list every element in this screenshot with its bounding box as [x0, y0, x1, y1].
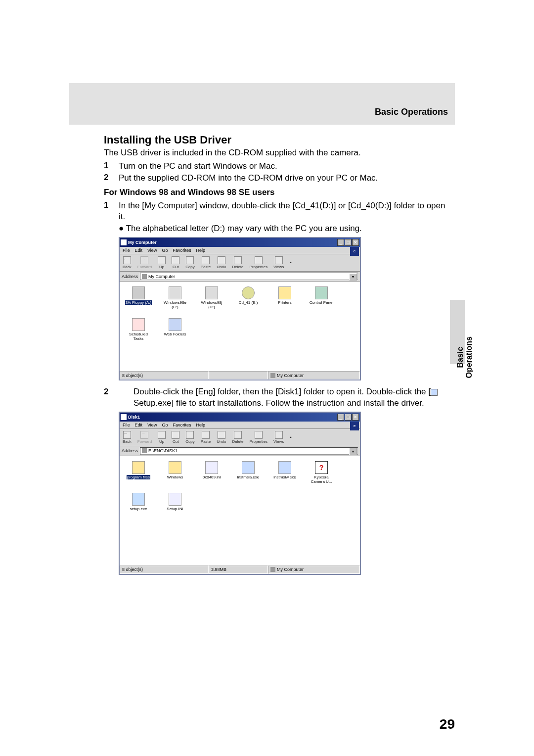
toolbar-overflow-icon[interactable]: · [290, 259, 292, 267]
main-steps: 1 Turn on the PC and start Windows or Ma… [104, 161, 450, 184]
back-icon: ← [123, 256, 131, 264]
drive-icon [205, 286, 218, 299]
drive-item[interactable]: Windows98e (C:) [161, 286, 189, 309]
menu-file[interactable]: File [123, 423, 130, 427]
ini-icon [205, 461, 218, 474]
maximize-button[interactable]: □ [345, 414, 352, 421]
minimize-button[interactable]: _ [337, 414, 344, 421]
step-text: In the [My Computer] window, double-clic… [119, 200, 450, 222]
drive-item[interactable]: Windows98j (D:) [198, 286, 225, 309]
window-title: Disk1 [128, 415, 140, 420]
properties-icon [255, 431, 263, 439]
toolbar-delete-button[interactable]: Delete [232, 256, 243, 269]
control-panel-item[interactable]: Control Panel [308, 286, 335, 309]
minimize-button[interactable]: _ [337, 239, 344, 246]
exe-file-item[interactable]: instmsia.exe [234, 461, 262, 484]
web-folder-icon [169, 318, 181, 331]
toolbar-undo-button[interactable]: Undo [217, 256, 226, 269]
scheduler-icon [132, 318, 145, 331]
toolbar-properties-button[interactable]: Properties [250, 431, 267, 444]
toolbar-forward-button[interactable]: →Forward [137, 256, 152, 269]
step-text: Put the supplied CD-ROM into the CD-ROM … [119, 173, 450, 184]
cd-drive-item[interactable]: Cd_41 (E:) [234, 286, 262, 309]
menu-help[interactable]: Help [196, 248, 205, 253]
step-paragraph: 2Double-click the [Eng] folder, then the… [119, 386, 450, 408]
ini-file-item[interactable]: 0x0409.ini [198, 461, 225, 484]
menu-view[interactable]: View [147, 423, 157, 427]
step-row: 1 In the [My Computer] window, double-cl… [104, 200, 450, 222]
help-file-item[interactable]: ?Kyocera Camera U... [308, 461, 335, 484]
menu-go[interactable]: Go [162, 248, 168, 253]
copy-icon [186, 431, 194, 439]
views-icon [275, 431, 283, 439]
address-field[interactable]: E:\ENG\DISK1 [140, 447, 358, 455]
explorer-body: 3½ Floppy (A:) Windows98e (C:) Windows98… [120, 282, 360, 371]
toolbar-paste-button[interactable]: Paste [201, 256, 211, 269]
step-number: 2 [104, 173, 119, 184]
scheduled-tasks-item[interactable]: Scheduled Tasks [125, 318, 152, 341]
exe-icon [278, 461, 291, 474]
menu-edit[interactable]: Edit [135, 248, 143, 253]
setup-exe-item[interactable]: setup.exe [125, 493, 152, 511]
drive-item[interactable]: 3½ Floppy (A:) [125, 286, 152, 309]
toolbar-up-button[interactable]: Up [158, 431, 166, 444]
toolbar-copy-button[interactable]: Copy [185, 256, 195, 269]
toolbar-paste-button[interactable]: Paste [201, 431, 211, 444]
menu-help[interactable]: Help [196, 423, 205, 427]
toolbar-cut-button[interactable]: Cut [172, 256, 179, 269]
toolbar-views-button[interactable]: Views [273, 431, 284, 444]
folder-icon [132, 461, 145, 474]
forward-icon: → [140, 256, 148, 264]
address-field[interactable]: My Computer [140, 273, 358, 280]
address-label: Address [122, 274, 138, 279]
app-icon [121, 414, 127, 420]
computer-icon [270, 373, 275, 378]
toolbar-copy-button[interactable]: Copy [185, 431, 195, 444]
toolbar: ←Back →Forward Up Cut Copy Paste Undo De… [120, 429, 360, 446]
folder-icon [142, 448, 147, 453]
menu-go[interactable]: Go [162, 423, 168, 427]
menu-file[interactable]: File [123, 248, 130, 253]
toolbar-undo-button[interactable]: Undo [217, 431, 226, 444]
step-number: 1 [104, 200, 119, 222]
undo-icon [218, 256, 225, 264]
toolbar-back-button[interactable]: ←Back [123, 256, 132, 269]
toolbar-forward-button[interactable]: →Forward [137, 431, 152, 444]
up-icon [158, 256, 166, 264]
printers-item[interactable]: Printers [271, 286, 299, 309]
help-icon: ? [315, 461, 328, 474]
section-title: Installing the USB Driver [104, 134, 450, 146]
delete-icon [234, 256, 242, 264]
menu-favorites[interactable]: Favorites [173, 248, 191, 253]
page-number: 29 [440, 716, 455, 732]
para-text-b: ] file to start installations. Follow th… [172, 398, 424, 408]
titlebar: Disk1 _ □ ✕ [120, 413, 360, 422]
web-folders-item[interactable]: Web Folders [161, 318, 189, 341]
floppy-icon [132, 286, 145, 299]
folder-item[interactable]: Windows [161, 461, 189, 484]
ini-file-item[interactable]: Setup.INI [161, 493, 189, 511]
back-icon: ← [123, 431, 131, 439]
control-panel-icon [315, 286, 328, 299]
screenshot-disk1: Disk1 _ □ ✕ File Edit View Go Favorites … [119, 412, 361, 575]
menu-edit[interactable]: Edit [135, 423, 143, 427]
folder-item[interactable]: program files [125, 461, 152, 484]
toolbar-properties-button[interactable]: Properties [250, 256, 267, 269]
menu-favorites[interactable]: Favorites [173, 423, 191, 427]
toolbar-views-button[interactable]: Views [273, 256, 284, 269]
toolbar-back-button[interactable]: ←Back [123, 431, 132, 444]
status-location: My Computer [268, 371, 360, 379]
step-text: Turn on the PC and start Windows or Mac. [119, 161, 450, 172]
close-button[interactable]: ✕ [352, 239, 359, 246]
maximize-button[interactable]: □ [345, 239, 352, 246]
close-button[interactable]: ✕ [352, 414, 359, 421]
screenshot-my-computer: My Computer _ □ ✕ File Edit View Go Favo… [119, 237, 361, 380]
toolbar-cut-button[interactable]: Cut [172, 431, 179, 444]
menu-view[interactable]: View [147, 248, 157, 253]
toolbar-up-button[interactable]: Up [158, 256, 166, 269]
address-label: Address [122, 448, 138, 453]
toolbar-overflow-icon[interactable]: · [290, 433, 292, 441]
exe-file-item[interactable]: instmsiw.exe [271, 461, 299, 484]
toolbar-delete-button[interactable]: Delete [232, 431, 243, 444]
app-icon [121, 239, 127, 245]
